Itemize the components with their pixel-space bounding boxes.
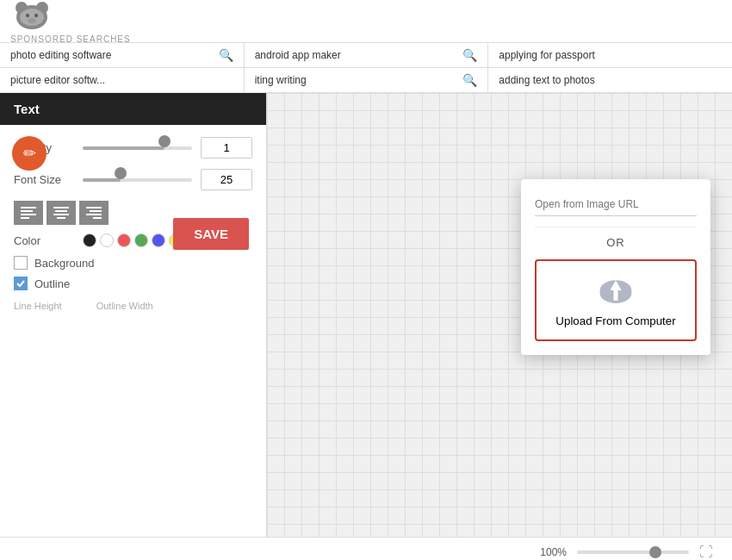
opacity-input[interactable]: 1 (201, 137, 252, 159)
color-label: Color (14, 234, 83, 247)
align-right-icon (86, 207, 102, 219)
zoom-track (577, 551, 689, 554)
svg-rect-16 (90, 210, 102, 212)
color-dot-red[interactable] (117, 233, 131, 247)
search-item-photo-editing[interactable]: photo editing software 🔍 (0, 43, 245, 67)
search-row-1: photo editing software 🔍 android app mak… (0, 43, 732, 68)
align-center-icon (53, 207, 69, 219)
search-icon-1[interactable]: 🔍 (219, 48, 233, 62)
font-size-label: Font Size (14, 173, 83, 186)
svg-rect-17 (86, 214, 102, 215)
svg-rect-12 (55, 210, 67, 212)
outline-row: Outline (14, 277, 252, 290)
svg-point-4 (26, 14, 29, 17)
main-area: ✏ Text Opacity 1 Font Size (0, 93, 732, 537)
zoom-slider[interactable] (577, 544, 689, 560)
background-label: Background (34, 257, 94, 270)
panel-title: Text (0, 93, 266, 125)
zoom-label: 100% (540, 546, 567, 558)
color-dot-black[interactable] (83, 233, 96, 247)
cloud-upload-icon (594, 273, 637, 308)
search-row-2: picture editor softw... iting writing 🔍 … (0, 68, 732, 93)
svg-rect-8 (21, 210, 33, 212)
upload-modal: OR Upload From Computer (521, 179, 710, 355)
search-item-iting[interactable]: iting writing 🔍 (245, 68, 489, 92)
search-icon-2[interactable]: 🔍 (462, 48, 477, 62)
edit-icon: ✏ (23, 144, 36, 163)
opacity-thumb[interactable] (158, 135, 171, 147)
align-left-icon (21, 207, 36, 219)
opacity-row: Opacity 1 (14, 137, 252, 159)
search-item-picture-editor[interactable]: picture editor softw... (0, 68, 245, 92)
expand-icon[interactable]: ⛶ (699, 544, 715, 560)
bottom-labels: Line Height Outline Width (14, 301, 252, 311)
svg-rect-14 (57, 217, 65, 219)
outline-checkbox[interactable] (14, 277, 28, 290)
background-checkbox[interactable] (14, 256, 28, 270)
outline-label: Outline (34, 277, 70, 290)
font-size-thumb[interactable] (115, 167, 127, 179)
align-center-button[interactable] (47, 201, 76, 225)
align-right-button[interactable] (79, 201, 109, 225)
search-item-android-app[interactable]: android app maker 🔍 (245, 43, 489, 67)
color-dot-green[interactable] (134, 233, 148, 247)
header-left: SPONSORED SEARCHES (10, 0, 131, 44)
zoom-thumb[interactable] (649, 546, 661, 558)
font-size-input[interactable]: 25 (201, 169, 252, 190)
image-url-input[interactable] (535, 193, 697, 216)
bottom-bar: 100% ⛶ (0, 537, 732, 560)
search-item-adding-text[interactable]: adding text to photos (488, 68, 732, 92)
svg-rect-15 (86, 207, 102, 208)
edit-fab-button[interactable]: ✏ (12, 136, 47, 171)
align-left-button[interactable] (14, 201, 43, 225)
svg-point-5 (34, 14, 38, 17)
upload-label: Upload From Computer (555, 314, 675, 327)
modal-or-label: OR (606, 236, 625, 249)
svg-point-6 (28, 18, 36, 23)
checkmark-icon (16, 279, 25, 288)
svg-rect-9 (21, 214, 36, 215)
opacity-slider[interactable] (83, 140, 192, 157)
outline-width-label: Outline Width (96, 301, 153, 311)
modal-divider (535, 227, 697, 227)
search-rows: photo editing software 🔍 android app mak… (0, 43, 732, 93)
svg-rect-10 (21, 217, 29, 219)
font-size-row: Font Size 25 (14, 169, 252, 190)
svg-rect-13 (53, 214, 69, 215)
font-size-slider[interactable] (83, 171, 192, 189)
background-row: Background (14, 256, 252, 270)
svg-rect-7 (21, 207, 36, 208)
search-icon-3[interactable]: 🔍 (462, 73, 477, 87)
search-item-passport[interactable]: applying for passport (488, 43, 732, 67)
upload-from-computer-button[interactable]: Upload From Computer (535, 259, 697, 341)
canvas-area[interactable]: OR Upload From Computer (267, 93, 732, 537)
color-dot-blue[interactable] (152, 233, 165, 247)
line-height-label: Line Height (14, 301, 62, 311)
header: SPONSORED SEARCHES (0, 0, 732, 43)
save-button[interactable]: SAVE (173, 218, 249, 250)
logo-icon (10, 0, 53, 33)
svg-rect-18 (93, 217, 102, 219)
svg-rect-11 (53, 207, 69, 208)
color-dot-white[interactable] (100, 233, 114, 247)
